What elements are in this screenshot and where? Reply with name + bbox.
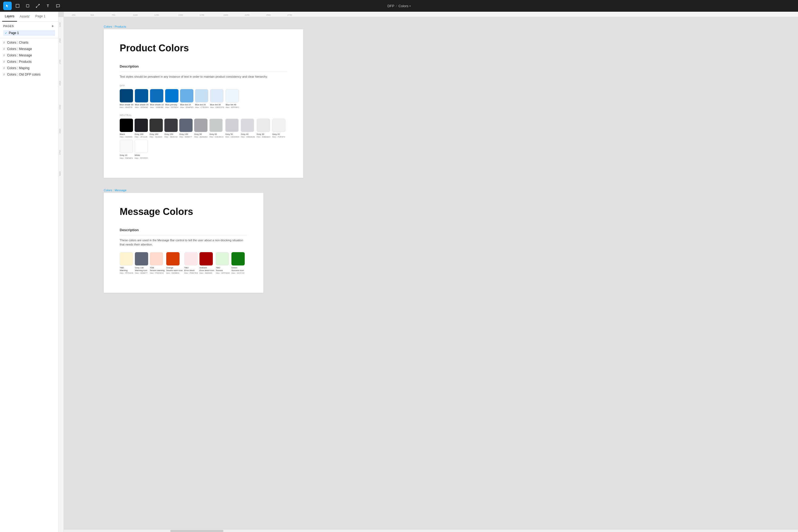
color-swatch: [184, 252, 198, 265]
add-page-button[interactable]: +: [50, 24, 55, 28]
swatch-name: Blue tint 40: [226, 103, 236, 106]
swatch-grey-130: Grey 130 Hex : 606877: [179, 119, 193, 138]
swatch-name: Blue tint 30: [210, 103, 221, 106]
layer-item-message-1[interactable]: # Colors : Message: [0, 46, 58, 52]
swatch-hex: Hex : C7E0F4: [195, 106, 208, 109]
text-tool[interactable]: T: [44, 2, 52, 10]
neutral-group-label: NEUTRAL: [120, 114, 287, 116]
swatch-hex: Hex : FDE7E9: [184, 272, 198, 274]
layer-item-charts[interactable]: # Colors : Charts: [0, 39, 58, 46]
swatch-hex: Hex : F8F8F9: [120, 157, 133, 159]
swatch-hex: Hex : CED0D4: [225, 136, 239, 138]
horizontal-scrollbar[interactable]: [64, 529, 798, 532]
layer-item-message-2[interactable]: # Colors : Message: [0, 52, 58, 58]
swatch-hex: Hex : 606877: [179, 136, 192, 138]
swatch-name: Grey 50: [225, 133, 233, 136]
swatch-hex: Hex : D83B01: [166, 272, 179, 274]
hash-icon: #: [3, 73, 5, 76]
products-desc-text: Text styles should be prevalent in any i…: [120, 75, 287, 79]
layer-item-old-dfp[interactable]: # Colors : Old DFP colors: [0, 71, 58, 78]
swatch-grey-150: Grey 150 Hex : 3A3C42: [165, 119, 178, 138]
swatch-blue-tint-40: Blue tint 40 Hex : EFF6FC: [226, 89, 239, 109]
swatch-hex: Hex : C8CBCC: [209, 136, 224, 138]
tab-layers[interactable]: Layers: [2, 12, 17, 22]
swatch-subname: Error block icon: [200, 269, 214, 272]
toolbar-tools: T: [3, 2, 62, 10]
products-desc-label: Description: [120, 64, 287, 68]
swatch-grey-60: Grey 60 Hex : C8CBCC: [209, 119, 224, 138]
color-swatch: [120, 252, 133, 265]
page-item-1[interactable]: ✓ Page 1: [3, 30, 55, 36]
color-swatch: [257, 119, 270, 132]
message-title: Message Colors: [120, 206, 247, 217]
comment-tool[interactable]: [54, 2, 62, 10]
swatch-hex: Hex : 3A3C42: [165, 136, 178, 138]
swatch-subname: Severe warn icon: [166, 269, 183, 272]
swatch-blue-tint-30: Blue tint 30 Hex : DEECF9: [210, 89, 224, 109]
swatch-reddark: redDark Error block icon Hex : A80000: [200, 252, 214, 274]
vector-tool[interactable]: [34, 2, 42, 10]
layer-item-products[interactable]: # Colors : Products: [0, 58, 58, 65]
swatch-name: Blue tint 20: [195, 103, 206, 106]
canvas-content[interactable]: Colors : Products Product Colors Descrip…: [64, 17, 798, 532]
swatch-hex: Hex : FFF4CE: [120, 272, 133, 274]
swatch-name: redDark: [200, 267, 207, 269]
breadcrumb-current-page[interactable]: Colors ▾: [398, 4, 411, 8]
swatch-blue-tint-10: Blue tint 10 Hex : 69AFE5: [180, 89, 193, 109]
color-swatch: [150, 119, 163, 132]
hash-icon: #: [3, 41, 5, 44]
color-swatch: [135, 252, 148, 265]
swatch-name: TDB: [150, 267, 154, 269]
swatch-hex: Hex : 606877: [135, 272, 148, 274]
message-divider: [120, 235, 247, 235]
swatch-hex: Hex : DFF6DD: [216, 272, 230, 274]
tab-assets[interactable]: Assets•: [17, 12, 33, 22]
swatch-name: Grey 30: [257, 133, 264, 136]
swatch-hex: Hex : 005A9E: [135, 106, 148, 109]
swatch-grey-10: Grey 10 Hex : F8F8F9: [120, 140, 133, 159]
swatch-hex: Hex : 69AFE5: [180, 106, 193, 109]
layer-item-maping[interactable]: # Colors : Maping: [0, 65, 58, 71]
swatch-hex: Hex : EFF6FC: [226, 106, 239, 109]
page-check-icon: ✓: [5, 32, 7, 35]
swatch-blue-shade-10: Blue shade 10 Hex : 106EBE: [150, 89, 164, 109]
tab-page[interactable]: Page 1: [33, 12, 48, 22]
swatch-grey-40: Grey 40 Hex : D8DADE: [241, 119, 255, 138]
color-swatch: [120, 89, 133, 102]
swatch-tbo-success: TBO Sucess Hex : DFF6DD: [216, 252, 230, 274]
swatch-hex: Hex : F1F2F4: [272, 136, 285, 138]
color-swatch: [200, 252, 213, 265]
ruler-horizontal: 250 500 750 1000 1250 1500 1750 2000 225…: [64, 12, 798, 17]
color-swatch: [231, 252, 245, 265]
swatch-hex: Hex : 000000: [120, 136, 132, 138]
swatch-blue-shade-20: Blue shade 20 Hex : 005A9E: [135, 89, 148, 109]
swatch-subname: Success icon: [231, 269, 244, 272]
frame-tool[interactable]: [13, 2, 22, 10]
swatch-name: TBO: [216, 267, 220, 269]
swatch-subname: Severe warning: [150, 269, 165, 272]
swatch-hex: Hex : E8EAEC: [257, 136, 270, 138]
swatch-white: White Hex : FFFFFF: [135, 140, 148, 159]
color-swatch: [225, 119, 239, 132]
swatch-name: Grey 190: [135, 133, 144, 136]
ruler-vertical: 1250 1500 1750 2000 2250 2500 2750 3000: [58, 17, 64, 532]
swatch-black: Black Hex : 000000: [120, 119, 133, 138]
products-frame: Product Colors Description Text styles s…: [104, 29, 303, 178]
products-frame-label: Colors : Products: [104, 25, 798, 28]
rectangle-tool[interactable]: [23, 2, 32, 10]
color-swatch: [272, 119, 285, 132]
swatch-name: Grey 130: [135, 267, 144, 269]
swatch-tdb-severe: TDB Severe warning Hex : FED9CC: [150, 252, 165, 274]
scrollbar-thumb[interactable]: [170, 530, 224, 532]
swatch-green: Green Success icon Hex : 107C10: [231, 252, 245, 274]
swatch-hex: Hex : 004578: [120, 106, 132, 109]
swatch-hex: Hex : FED9CC: [150, 272, 164, 274]
swatch-grey-190: Grey 190 Hex : 1F2126: [135, 119, 148, 138]
select-tool[interactable]: [3, 2, 12, 10]
swatch-name: Blue shade 10: [150, 103, 164, 106]
swatch-blue-primary: Blue primary Hex : 0078D4: [165, 89, 178, 109]
swatch-name: TBO: [184, 267, 189, 269]
color-swatch: [135, 119, 148, 132]
color-swatch: [226, 89, 239, 102]
hash-icon: #: [3, 66, 5, 70]
